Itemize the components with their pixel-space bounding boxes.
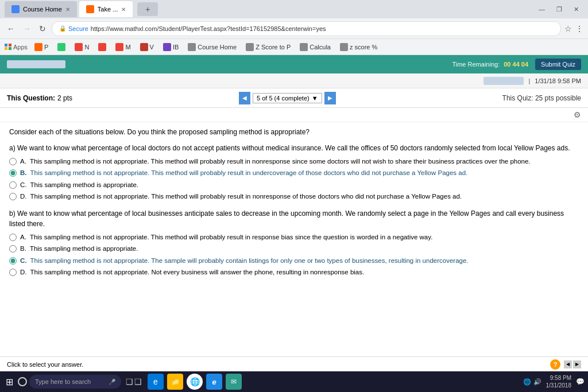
notification-icon[interactable]: 💬: [576, 378, 585, 386]
bookmark-zpct[interactable]: z score %: [338, 42, 380, 52]
date-time: 1/31/18 9:58 PM: [535, 77, 581, 84]
bookmark-p-label: P: [44, 44, 48, 51]
part-a-label-a: A.: [20, 157, 26, 166]
part-a-label-d: D.: [20, 192, 27, 201]
help-button[interactable]: ?: [550, 359, 560, 370]
address-input[interactable]: 🔒 Secure https://www.mathxl.com/Student/…: [52, 21, 561, 36]
part-a-text-a: This sampling method is not appropriate.…: [30, 157, 531, 166]
bookmark-course-home[interactable]: Course Home: [185, 42, 239, 52]
part-a-radio-c[interactable]: [9, 181, 17, 189]
nav-info-text: 5 of 5 (4 complete): [257, 95, 310, 102]
bookmark-peace-icon: [57, 43, 65, 51]
part-a-radio-a[interactable]: [9, 158, 17, 165]
search-bar[interactable]: Type here to search 🎤: [29, 375, 121, 389]
taskbar-mail[interactable]: ✉: [226, 374, 242, 390]
bookmark-peace[interactable]: [55, 42, 68, 52]
part-b-text-b: This sampling method is appropriate.: [30, 244, 138, 254]
settings-icon[interactable]: ⚙: [574, 110, 581, 119]
taskbar-file-explorer[interactable]: 📁: [167, 374, 183, 390]
part-a-text-d: This sampling method is not appropriate.…: [30, 192, 462, 201]
bookmark-zpct-icon: [340, 43, 348, 51]
mic-icon: 🎤: [109, 379, 115, 385]
more-options-icon[interactable]: ⋮: [575, 24, 583, 33]
start-button[interactable]: ⊞: [3, 374, 16, 390]
chrome-icon: 🌐: [190, 377, 200, 386]
part-a-text-c: This sampling method is appropriate.: [30, 180, 139, 190]
cortana-icon[interactable]: [18, 377, 27, 386]
separator: |: [528, 77, 530, 84]
address-bar: ← → ↻ 🔒 Secure https://www.mathxl.com/St…: [0, 18, 588, 39]
submit-quiz-button[interactable]: Submit Quiz: [535, 59, 581, 70]
part-b-label-c: C.: [20, 256, 27, 266]
bookmark-ib[interactable]: IB: [161, 42, 181, 52]
time-value: 00 44 04: [504, 61, 528, 68]
minimize-button[interactable]: —: [534, 6, 550, 13]
question-info: This Question: 2 pts: [7, 94, 72, 102]
part-b-text: b) We want to know what percentage of lo…: [9, 208, 579, 229]
title-bar: Course Home ✕ Take ... ✕ + — ❐ ✕: [0, 0, 588, 18]
quiz-nav-bar: This Question: 2 pts ◀ 5 of 5 (4 complet…: [0, 88, 588, 108]
bookmark-p[interactable]: P: [32, 42, 51, 52]
question-selector[interactable]: 5 of 5 (4 complete) ▼: [253, 93, 322, 103]
secure-icon: 🔒: [59, 25, 66, 32]
mathxl-header: ████████████ Time Remaining: 00 44 04 Su…: [0, 55, 588, 73]
taskbar-right: 🌐 🔊 9:58 PM 1/31/2018 💬: [523, 374, 585, 389]
bookmark-v[interactable]: V: [138, 42, 156, 52]
volume-icon: 🔊: [533, 378, 541, 386]
part-a-radio-d[interactable]: [9, 193, 17, 200]
back-button[interactable]: ←: [5, 23, 17, 34]
edge-icon: e: [153, 377, 158, 386]
forward-button[interactable]: →: [21, 23, 33, 34]
header-right: Time Remaining: 00 44 04 Submit Quiz: [452, 59, 581, 70]
part-b-radio-d[interactable]: [9, 269, 17, 276]
part-b-label-b: B.: [20, 244, 26, 254]
bookmark-v-label: V: [150, 44, 154, 51]
bookmark-zpct-label: z score %: [350, 44, 377, 51]
tab-close-course-home[interactable]: ✕: [65, 6, 70, 13]
taskbar-edge[interactable]: e: [148, 374, 164, 390]
scroll-left-button[interactable]: ◀: [564, 360, 572, 368]
bookmark-youtube[interactable]: [96, 42, 109, 52]
part-a-options: A. This sampling method is not appropria…: [9, 157, 579, 201]
part-b-option-b: B. This sampling method is appropriate.: [9, 244, 579, 254]
part-a-radio-b[interactable]: [9, 169, 17, 177]
bookmark-m[interactable]: M: [113, 42, 133, 52]
quiz-pts-label: This Quiz: 25 pts possible: [502, 94, 581, 102]
tab-course-home[interactable]: Course Home ✕: [5, 1, 77, 17]
user-name-blurred: ████████: [483, 77, 524, 85]
search-placeholder: Type here to search: [35, 378, 91, 385]
taskbar: ⊞ Type here to search 🎤 ❑ ❑ e 📁 🌐 e ✉ 🌐 …: [0, 371, 588, 392]
next-question-button[interactable]: ▶: [324, 92, 336, 104]
taskbar-chrome[interactable]: 🌐: [187, 374, 203, 390]
star-icon[interactable]: ☆: [564, 24, 572, 33]
bookmark-calc[interactable]: Calcula: [297, 42, 333, 52]
tab-favicon-course-home: [11, 5, 20, 13]
bookmark-m-icon: [115, 43, 123, 51]
restore-button[interactable]: ❐: [552, 6, 567, 13]
bookmark-course-home-icon: [188, 43, 196, 51]
mail-icon: ✉: [231, 378, 237, 386]
refresh-button[interactable]: ↻: [37, 23, 48, 34]
part-a-option-a: A. This sampling method is not appropria…: [9, 157, 579, 166]
tab-close-take[interactable]: ✕: [121, 6, 126, 13]
bookmark-zscore[interactable]: Z Score to P: [243, 42, 293, 52]
task-view-icon[interactable]: ❑ ❑: [126, 377, 142, 386]
tab-take[interactable]: Take ... ✕: [79, 1, 133, 17]
apps-label: Apps: [13, 44, 28, 51]
bookmark-n[interactable]: N: [72, 42, 91, 52]
part-b-radio-a[interactable]: [9, 234, 17, 241]
part-b-radio-b[interactable]: [9, 245, 17, 253]
new-tab-button[interactable]: +: [137, 2, 158, 16]
part-a-label-c: C.: [20, 180, 27, 190]
scroll-right-button[interactable]: ▶: [573, 360, 581, 368]
prev-question-button[interactable]: ◀: [239, 92, 250, 104]
apps-bookmark[interactable]: Apps: [5, 44, 28, 51]
part-b-radio-c[interactable]: [9, 257, 17, 265]
close-button[interactable]: ✕: [569, 6, 583, 13]
bookmark-zscore-icon: [246, 43, 254, 51]
bookmark-course-home-label: Course Home: [198, 44, 237, 51]
taskbar-ie[interactable]: e: [206, 374, 222, 390]
tab-label-take: Take ...: [98, 6, 118, 13]
taskbar-apps: e 📁 🌐 e ✉: [148, 374, 242, 390]
part-b-text-a: This sampling method is not appropriate.…: [30, 232, 432, 242]
